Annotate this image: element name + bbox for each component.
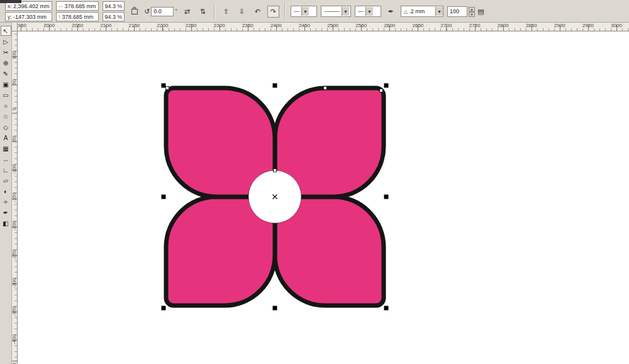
scale-v-value: 94.3 xyxy=(105,14,116,20)
undo-button[interactable]: ↶ xyxy=(252,6,264,18)
end-arrowhead-value: — xyxy=(358,8,363,14)
hruler-label: 2650 xyxy=(412,23,423,28)
spinner-down-icon[interactable]: ▼ xyxy=(469,12,475,17)
hruler-label: 2050 xyxy=(72,23,83,28)
vruler-label: -350 xyxy=(12,306,17,316)
position-fields: x: 2,396.402 mm y: -147.303 mm xyxy=(5,1,52,21)
lock-ratio-button[interactable] xyxy=(128,6,140,18)
undo-icon: ↶ xyxy=(255,8,260,16)
selection-handle[interactable] xyxy=(384,195,389,199)
pick-tool-icon: ↖ xyxy=(3,28,8,35)
hruler-label: 2800 xyxy=(498,23,509,28)
rectangle-tool[interactable]: ▭ xyxy=(1,90,11,100)
drop-shadow-tool[interactable]: ▱ xyxy=(1,175,11,185)
object-height-field[interactable]: ↕ 378.685 mm xyxy=(56,12,99,21)
selection-handle[interactable] xyxy=(162,195,166,199)
zoom-tool-icon: ⊕ xyxy=(3,60,8,67)
transparency-tool[interactable]: ◐ xyxy=(1,186,11,196)
selection-handle[interactable] xyxy=(162,306,166,311)
selection-handle[interactable] xyxy=(384,84,389,88)
scale-v-field[interactable]: 94.3 % xyxy=(103,12,125,21)
to-front-button[interactable]: ⇧ xyxy=(220,6,232,18)
transparency-tool-icon: ◐ xyxy=(4,188,8,195)
curve-node[interactable] xyxy=(380,89,383,92)
outline-width-icon: △ xyxy=(404,9,408,14)
selection-handle[interactable] xyxy=(273,306,277,311)
outline-pen-tool[interactable]: ✒ xyxy=(1,207,11,218)
start-arrowhead-combo[interactable]: — ▼ xyxy=(291,6,317,17)
degree-sign: ° xyxy=(175,8,177,14)
y-position-field[interactable]: y: -147.303 mm xyxy=(5,12,52,21)
selection-handle[interactable] xyxy=(273,84,277,88)
curve-node[interactable] xyxy=(274,169,277,172)
hruler-label: 2350 xyxy=(242,23,253,28)
vertical-ruler[interactable]: 100500-50-100-150-200-250-300-350-400-45… xyxy=(12,31,18,364)
outline-style-value: ——— xyxy=(324,8,339,14)
vruler-label: -200 xyxy=(12,221,17,231)
hruler-label: 2750 xyxy=(469,23,481,28)
polygon-tool-icon: ☆ xyxy=(3,113,9,120)
smart-fill-tool[interactable]: ▣ xyxy=(1,79,11,89)
redo-button[interactable]: ↷ xyxy=(267,6,279,18)
hruler-label: 2400 xyxy=(270,23,282,28)
drop-shadow-tool-icon: ▱ xyxy=(3,177,8,184)
basic-shapes-tool[interactable]: ◇ xyxy=(1,122,11,132)
scale-h-value: 94.3 xyxy=(105,3,116,9)
horizontal-ruler[interactable]: 1950200020502100215022002250230023502400… xyxy=(18,23,629,31)
hruler-label: 2850 xyxy=(526,23,537,28)
mirror-vertical-button[interactable]: ⇅ xyxy=(197,6,209,18)
fill-tool-icon: ◧ xyxy=(3,220,8,227)
chevron-down-icon[interactable]: ▼ xyxy=(435,7,443,16)
curve-node[interactable] xyxy=(166,87,169,90)
vruler-label: -400 xyxy=(12,334,17,345)
end-arrowhead-combo[interactable]: — ▼ xyxy=(355,6,381,17)
dimension-tool[interactable]: ↔ xyxy=(1,154,11,164)
scale-h-field[interactable]: 94.3 % xyxy=(103,1,125,11)
height-value: 378.685 mm xyxy=(62,14,94,20)
settings-button[interactable]: ▤ xyxy=(475,6,487,18)
application-window: x: 2,396.402 mm y: -147.303 mm ↔ 378.685… xyxy=(0,0,629,364)
chevron-down-icon[interactable]: ▼ xyxy=(342,7,349,16)
hruler-label: 2250 xyxy=(186,23,197,28)
table-tool-icon: ▦ xyxy=(3,145,8,152)
rotation-field[interactable]: 0.0 xyxy=(151,7,174,16)
polygon-tool[interactable]: ☆ xyxy=(1,111,11,121)
pick-tool[interactable]: ↖ xyxy=(1,26,11,36)
selection-handle[interactable] xyxy=(384,306,389,311)
selection-handle[interactable] xyxy=(162,84,166,88)
mirror-horizontal-button[interactable]: ⇄ xyxy=(181,6,193,18)
rotation-icon: ↺ xyxy=(144,8,150,16)
vruler-label: 100 xyxy=(12,51,17,59)
freehand-tool[interactable]: ✎ xyxy=(1,69,11,79)
width-value: 378.685 mm xyxy=(65,3,96,9)
object-width-field[interactable]: ↔ 378.685 mm xyxy=(56,1,99,11)
outline-width-combo[interactable]: △ .2 mm ▼ xyxy=(401,6,443,17)
toolbar-separator xyxy=(284,3,286,19)
vruler-label: -100 xyxy=(12,164,17,174)
settings-icon: ▤ xyxy=(477,8,484,16)
crop-tool[interactable]: ✂ xyxy=(1,47,11,57)
smart-fill-tool-icon: ▣ xyxy=(3,81,8,88)
to-back-button[interactable]: ⇩ xyxy=(236,6,248,18)
canvas[interactable] xyxy=(18,31,629,364)
menu-fragment xyxy=(0,0,21,3)
eyedropper-tool[interactable]: ✧ xyxy=(1,197,11,207)
chevron-down-icon[interactable]: ▼ xyxy=(365,7,373,16)
outline-pen-dialog-button[interactable]: ✒ xyxy=(385,6,397,18)
misc-value-field[interactable]: 100 xyxy=(447,6,467,17)
vruler-label: -150 xyxy=(12,192,17,202)
zoom-tool[interactable]: ⊕ xyxy=(1,58,11,68)
spinner-up-icon[interactable]: ▲ xyxy=(469,7,475,12)
eyedropper-tool-icon: ✧ xyxy=(3,199,8,206)
outline-style-combo[interactable]: ——— ▼ xyxy=(321,6,351,17)
fill-tool[interactable]: ◧ xyxy=(1,218,11,228)
curve-node[interactable] xyxy=(324,87,327,90)
chevron-down-icon[interactable]: ▼ xyxy=(301,7,309,16)
table-tool[interactable]: ▦ xyxy=(1,143,11,153)
connector-tool[interactable]: ∟ xyxy=(1,165,11,175)
text-tool[interactable]: A xyxy=(1,133,11,143)
ellipse-tool[interactable]: ○ xyxy=(1,101,11,111)
lock-icon xyxy=(131,9,138,14)
hruler-label: 2200 xyxy=(157,23,169,28)
shape-tool[interactable]: ▷ xyxy=(1,36,11,47)
